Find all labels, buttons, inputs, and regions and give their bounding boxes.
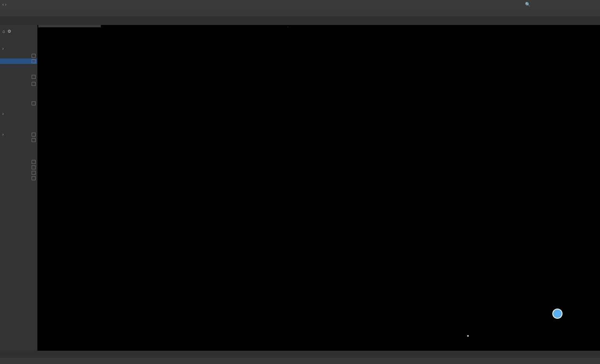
pcb-canvas[interactable] (38, 25, 600, 351)
panel-top-icons[interactable]: ⌂ ⚙ (0, 27, 37, 36)
group-ts[interactable] (0, 154, 37, 158)
title-bar: ‹ › 🔍 (0, 0, 600, 9)
tree-item[interactable] (0, 137, 37, 143)
tree-item[interactable]: › (0, 46, 37, 51)
tab-pre-controls[interactable] (0, 16, 41, 25)
tree-item[interactable] (0, 81, 37, 87)
tree-file[interactable] (0, 53, 37, 59)
tree-item[interactable] (0, 170, 37, 176)
status-bar (0, 358, 600, 364)
file-icon (32, 160, 36, 164)
tree-item[interactable] (0, 176, 37, 181)
file-icon (32, 101, 36, 105)
heads-up-display (38, 25, 101, 27)
tree-item[interactable] (0, 101, 37, 106)
file-icon (32, 171, 36, 175)
file-icon (32, 138, 36, 142)
group-ments[interactable] (0, 98, 37, 101)
file-icon (32, 75, 36, 79)
home-icon[interactable]: ⌂ (2, 29, 5, 34)
search-box[interactable]: 🔍 (522, 2, 600, 7)
ime-toolbar[interactable] (467, 335, 469, 337)
document-tabstrip[interactable] (0, 16, 600, 25)
tree-item[interactable]: › (0, 111, 37, 117)
file-icon (32, 165, 36, 169)
projects-panel[interactable]: ⌂ ⚙ › › › (0, 25, 38, 351)
active-bar[interactable] (288, 27, 288, 27)
tree-item[interactable] (0, 165, 37, 170)
file-icon (32, 133, 36, 137)
file-icon (32, 54, 36, 58)
gear-icon[interactable]: ⚙ (7, 29, 11, 34)
group-dsnwrk[interactable] (0, 43, 37, 46)
file-icon (32, 59, 36, 63)
tree-file-selected[interactable] (0, 59, 37, 64)
group-ments2[interactable] (0, 128, 37, 131)
file-icon (32, 176, 36, 180)
search-input[interactable] (533, 2, 588, 7)
pcb-canvas-wrap[interactable] (38, 25, 600, 351)
undo-badge-icon[interactable] (552, 309, 562, 319)
main-body: ⌂ ⚙ › › › (0, 25, 600, 351)
menu-bar[interactable] (0, 9, 600, 16)
file-icon (32, 82, 36, 86)
layer-tabs[interactable] (0, 351, 600, 358)
group-libraries[interactable] (0, 68, 37, 71)
tree-item[interactable]: › (0, 131, 37, 137)
search-icon: 🔍 (525, 2, 530, 7)
tree-item[interactable] (0, 159, 37, 165)
tree-item[interactable] (0, 74, 37, 80)
nav-arrows[interactable]: ‹ › (0, 2, 9, 7)
